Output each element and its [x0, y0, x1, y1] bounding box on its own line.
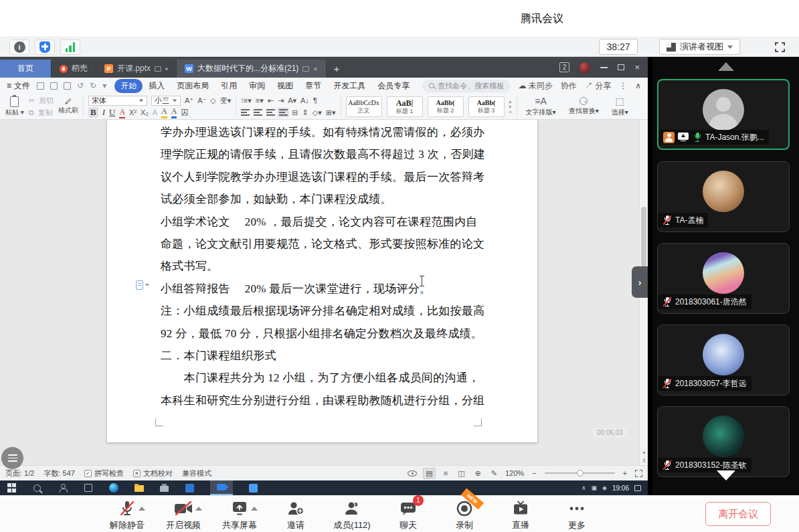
clear-format-icon[interactable]: ◇	[210, 96, 215, 105]
restore-icon[interactable]	[618, 64, 624, 70]
taskbar-tencent-meeting-active[interactable]	[210, 480, 233, 495]
outline-view-icon[interactable]: ≡	[442, 468, 450, 478]
font-name-select[interactable]: 宋体	[88, 96, 147, 106]
menu-references[interactable]: 引用	[215, 79, 243, 93]
taskbar-explorer[interactable]	[134, 483, 144, 493]
undo-icon[interactable]: ↺	[77, 81, 84, 90]
participant-tile[interactable]: 2018303057-李哲远	[657, 325, 790, 395]
sort-icon[interactable]: A↓	[300, 96, 309, 104]
sidebar-expand-tab[interactable]: ›	[632, 266, 648, 298]
share-screen-button[interactable]: 共享屏幕	[211, 499, 268, 531]
meeting-info-button[interactable]: i	[9, 39, 29, 55]
web-view-icon[interactable]: ⊕	[473, 468, 483, 478]
leave-meeting-button[interactable]: 离开会议	[705, 502, 771, 526]
annotation-marker[interactable]	[136, 280, 149, 290]
numbered-list-icon[interactable]: ≡▾	[256, 96, 264, 105]
eye-protect-icon[interactable]	[408, 470, 417, 476]
taskbar-app-2[interactable]	[248, 483, 258, 493]
chat-button[interactable]: 1 聊天	[380, 499, 436, 531]
char-style-icon[interactable]: A	[119, 107, 125, 118]
file-menu[interactable]: ≡ 文件	[7, 80, 30, 92]
participant-tile[interactable]: 2018303152-陈圣钦	[657, 406, 790, 477]
scroll-up-icon[interactable]	[718, 62, 734, 71]
select-button[interactable]: ⬚ 选择▾	[608, 96, 632, 117]
align-center-icon[interactable]	[254, 109, 262, 116]
text-effects-icon[interactable]: A	[153, 108, 157, 116]
document-page[interactable]: 学办办理退选该门课程的手续。如有特殊情况需请假的，必须办 理学院正规的请假手续，…	[107, 120, 537, 442]
new-tab-button[interactable]: +	[327, 60, 347, 78]
scrollbar-thumb[interactable]	[641, 207, 646, 267]
style-normal[interactable]: AaBbCcDx 正文	[346, 96, 382, 117]
shrink-font-icon[interactable]: A⁻	[197, 96, 206, 105]
collapse-ribbon-icon[interactable]: ∧	[635, 81, 641, 90]
collaborate-button[interactable]: 协作	[561, 80, 577, 92]
zoom-slider[interactable]	[545, 472, 615, 474]
find-replace-button[interactable]: 查找替换▾	[565, 97, 603, 116]
meeting-security-button[interactable]	[35, 39, 55, 55]
highlight-color-icon[interactable]: A	[161, 106, 167, 118]
proofing-toggle[interactable]: ✕文档校对	[133, 468, 173, 478]
bold-icon[interactable]: B	[88, 107, 98, 118]
taskbar-people[interactable]	[58, 483, 68, 493]
taskbar-search[interactable]	[32, 483, 42, 493]
preview-icon[interactable]	[64, 82, 71, 90]
members-button[interactable]: 成员(112)	[324, 499, 380, 531]
taskbar-printer[interactable]	[159, 483, 169, 493]
record-button[interactable]: NEW 录制	[436, 499, 493, 531]
pinyin-icon[interactable]: 变▾	[220, 96, 232, 106]
scroll-split-icon[interactable]: ⇕	[640, 458, 648, 464]
wrap-marks-icon[interactable]: ¶	[313, 96, 317, 104]
two-page-view-icon[interactable]: ◫	[456, 468, 466, 478]
participant-tile[interactable]: TA-孟楠	[657, 161, 790, 232]
decrease-indent-icon[interactable]: ⇤	[268, 96, 274, 105]
format-painter-button[interactable]: 🖉 格式刷	[58, 98, 78, 115]
char-scale-icon[interactable]: A▾	[288, 96, 296, 105]
underline-icon[interactable]: U	[109, 107, 115, 118]
command-search[interactable]: 查找命令、搜索模板	[422, 80, 511, 92]
tray-icon[interactable]: ▣	[592, 484, 598, 491]
print-icon[interactable]	[50, 82, 58, 90]
tab-close-icon[interactable]: ×	[313, 65, 317, 73]
align-left-icon[interactable]	[241, 109, 250, 116]
close-icon[interactable]: ×	[634, 62, 640, 72]
more-caret-icon[interactable]: ▾	[102, 81, 106, 90]
menu-start[interactable]: 开始	[114, 79, 143, 93]
page-view-icon[interactable]: ▤	[423, 468, 435, 479]
wps-tab-ppt[interactable]: P 开课.pptx	[96, 60, 177, 78]
participant-tile[interactable]: 2018303061-唐浩然	[657, 243, 790, 314]
char-border-icon[interactable]: 囚	[181, 108, 188, 118]
menu-view[interactable]: 视图	[271, 79, 299, 93]
menu-page-layout[interactable]: 页面布局	[171, 79, 215, 93]
align-right-icon[interactable]	[266, 109, 275, 116]
participant-tile[interactable]: TA-Jason.张鹏...	[657, 79, 790, 150]
save-icon[interactable]	[37, 82, 44, 90]
spellcheck-toggle[interactable]: ✓拼写检查	[84, 468, 124, 478]
live-button[interactable]: 直播	[493, 499, 549, 531]
fullscreen-button[interactable]	[770, 39, 790, 55]
view-mode-dropdown[interactable]: 演讲者视图	[659, 39, 740, 55]
notification-center-icon[interactable]	[634, 485, 641, 491]
word-count[interactable]: 字数: 547	[43, 468, 74, 478]
taskbar-edge[interactable]	[108, 483, 118, 493]
fullscreen-icon[interactable]	[635, 470, 642, 477]
more-button[interactable]: 更多	[549, 499, 605, 531]
menu-member[interactable]: 会员专享	[371, 79, 416, 93]
shading-icon[interactable]: ◇▾	[313, 108, 322, 117]
style-heading2[interactable]: AaBb( 标题 2	[428, 96, 464, 117]
tray-expand-icon[interactable]: ∧	[582, 484, 586, 491]
zoom-level[interactable]: 120%	[505, 469, 524, 477]
wps-tab-home[interactable]: 首页	[0, 60, 52, 78]
distribute-icon[interactable]: ⊟	[292, 108, 298, 117]
grow-font-icon[interactable]: A⁺	[185, 96, 193, 105]
bullet-list-icon[interactable]: ⁝≡▾	[241, 96, 251, 105]
superscript-icon[interactable]: X²	[129, 108, 137, 116]
account-avatar[interactable]	[580, 62, 590, 73]
share-options-caret[interactable]	[251, 507, 258, 511]
zoom-out-icon[interactable]: −	[530, 468, 538, 478]
meeting-float-menu-button[interactable]	[1, 447, 23, 469]
redo-icon[interactable]: ↻	[90, 81, 96, 90]
menu-section[interactable]: 章节	[299, 79, 327, 93]
video-options-caret[interactable]	[195, 507, 202, 511]
styles-gallery-scroll[interactable]: ▴▾≡	[509, 99, 512, 114]
style-heading3[interactable]: AaBb( 标题 3	[468, 96, 505, 117]
